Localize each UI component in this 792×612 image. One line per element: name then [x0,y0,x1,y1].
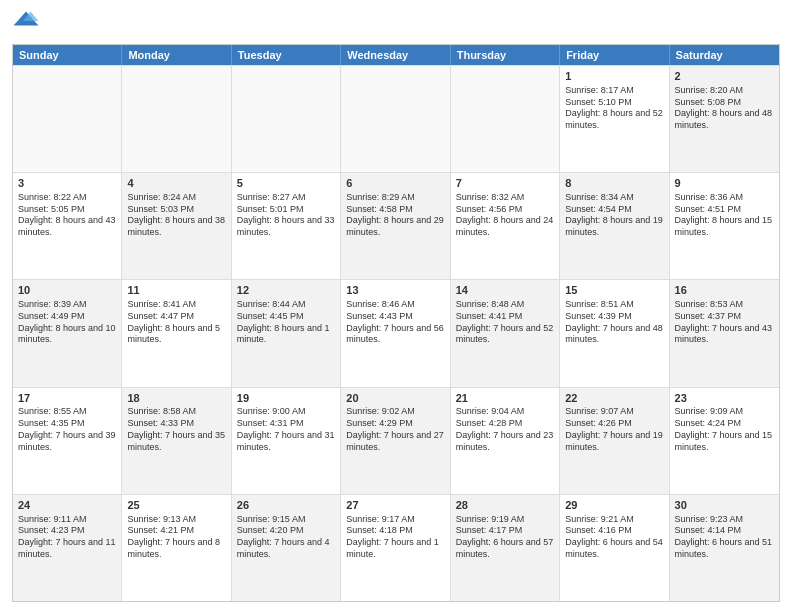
calendar-cell [232,66,341,172]
cell-text: Sunrise: 9:09 AM Sunset: 4:24 PM Dayligh… [675,406,774,453]
cell-text: Sunrise: 9:13 AM Sunset: 4:21 PM Dayligh… [127,514,225,561]
calendar-cell: 28Sunrise: 9:19 AM Sunset: 4:17 PM Dayli… [451,495,560,601]
calendar-row-5: 24Sunrise: 9:11 AM Sunset: 4:23 PM Dayli… [13,494,779,601]
calendar-cell: 15Sunrise: 8:51 AM Sunset: 4:39 PM Dayli… [560,280,669,386]
day-number: 21 [456,391,554,406]
day-number: 2 [675,69,774,84]
calendar-cell: 1Sunrise: 8:17 AM Sunset: 5:10 PM Daylig… [560,66,669,172]
weekday-header-friday: Friday [560,45,669,65]
day-number: 22 [565,391,663,406]
cell-text: Sunrise: 8:55 AM Sunset: 4:35 PM Dayligh… [18,406,116,453]
calendar-header: SundayMondayTuesdayWednesdayThursdayFrid… [13,45,779,65]
calendar-row-3: 10Sunrise: 8:39 AM Sunset: 4:49 PM Dayli… [13,279,779,386]
weekday-header-monday: Monday [122,45,231,65]
calendar-cell: 24Sunrise: 9:11 AM Sunset: 4:23 PM Dayli… [13,495,122,601]
header [12,10,780,38]
calendar-cell: 30Sunrise: 9:23 AM Sunset: 4:14 PM Dayli… [670,495,779,601]
day-number: 25 [127,498,225,513]
cell-text: Sunrise: 8:32 AM Sunset: 4:56 PM Dayligh… [456,192,554,239]
calendar-cell: 22Sunrise: 9:07 AM Sunset: 4:26 PM Dayli… [560,388,669,494]
cell-text: Sunrise: 8:24 AM Sunset: 5:03 PM Dayligh… [127,192,225,239]
cell-text: Sunrise: 8:39 AM Sunset: 4:49 PM Dayligh… [18,299,116,346]
calendar-body: 1Sunrise: 8:17 AM Sunset: 5:10 PM Daylig… [13,65,779,601]
calendar-row-4: 17Sunrise: 8:55 AM Sunset: 4:35 PM Dayli… [13,387,779,494]
calendar-cell: 14Sunrise: 8:48 AM Sunset: 4:41 PM Dayli… [451,280,560,386]
calendar-cell: 7Sunrise: 8:32 AM Sunset: 4:56 PM Daylig… [451,173,560,279]
calendar-row-1: 1Sunrise: 8:17 AM Sunset: 5:10 PM Daylig… [13,65,779,172]
cell-text: Sunrise: 8:20 AM Sunset: 5:08 PM Dayligh… [675,85,774,132]
calendar-cell [13,66,122,172]
cell-text: Sunrise: 8:44 AM Sunset: 4:45 PM Dayligh… [237,299,335,346]
cell-text: Sunrise: 8:46 AM Sunset: 4:43 PM Dayligh… [346,299,444,346]
day-number: 15 [565,283,663,298]
day-number: 9 [675,176,774,191]
day-number: 7 [456,176,554,191]
cell-text: Sunrise: 8:27 AM Sunset: 5:01 PM Dayligh… [237,192,335,239]
calendar-cell: 29Sunrise: 9:21 AM Sunset: 4:16 PM Dayli… [560,495,669,601]
day-number: 10 [18,283,116,298]
cell-text: Sunrise: 9:04 AM Sunset: 4:28 PM Dayligh… [456,406,554,453]
calendar-cell: 13Sunrise: 8:46 AM Sunset: 4:43 PM Dayli… [341,280,450,386]
weekday-header-saturday: Saturday [670,45,779,65]
cell-text: Sunrise: 8:58 AM Sunset: 4:33 PM Dayligh… [127,406,225,453]
calendar-cell [451,66,560,172]
cell-text: Sunrise: 9:07 AM Sunset: 4:26 PM Dayligh… [565,406,663,453]
cell-text: Sunrise: 9:11 AM Sunset: 4:23 PM Dayligh… [18,514,116,561]
day-number: 16 [675,283,774,298]
day-number: 4 [127,176,225,191]
day-number: 14 [456,283,554,298]
calendar-cell: 11Sunrise: 8:41 AM Sunset: 4:47 PM Dayli… [122,280,231,386]
day-number: 27 [346,498,444,513]
calendar-cell: 10Sunrise: 8:39 AM Sunset: 4:49 PM Dayli… [13,280,122,386]
calendar-cell: 16Sunrise: 8:53 AM Sunset: 4:37 PM Dayli… [670,280,779,386]
calendar-cell [122,66,231,172]
cell-text: Sunrise: 8:36 AM Sunset: 4:51 PM Dayligh… [675,192,774,239]
calendar-cell: 17Sunrise: 8:55 AM Sunset: 4:35 PM Dayli… [13,388,122,494]
calendar-cell: 3Sunrise: 8:22 AM Sunset: 5:05 PM Daylig… [13,173,122,279]
calendar-cell: 18Sunrise: 8:58 AM Sunset: 4:33 PM Dayli… [122,388,231,494]
cell-text: Sunrise: 9:15 AM Sunset: 4:20 PM Dayligh… [237,514,335,561]
logo-icon [12,10,40,38]
day-number: 6 [346,176,444,191]
calendar-cell: 2Sunrise: 8:20 AM Sunset: 5:08 PM Daylig… [670,66,779,172]
day-number: 3 [18,176,116,191]
day-number: 20 [346,391,444,406]
calendar-cell: 9Sunrise: 8:36 AM Sunset: 4:51 PM Daylig… [670,173,779,279]
weekday-header-thursday: Thursday [451,45,560,65]
cell-text: Sunrise: 9:19 AM Sunset: 4:17 PM Dayligh… [456,514,554,561]
calendar-cell: 6Sunrise: 8:29 AM Sunset: 4:58 PM Daylig… [341,173,450,279]
weekday-header-tuesday: Tuesday [232,45,341,65]
day-number: 13 [346,283,444,298]
cell-text: Sunrise: 8:17 AM Sunset: 5:10 PM Dayligh… [565,85,663,132]
weekday-header-sunday: Sunday [13,45,122,65]
calendar: SundayMondayTuesdayWednesdayThursdayFrid… [12,44,780,602]
day-number: 28 [456,498,554,513]
day-number: 30 [675,498,774,513]
cell-text: Sunrise: 8:29 AM Sunset: 4:58 PM Dayligh… [346,192,444,239]
calendar-cell [341,66,450,172]
cell-text: Sunrise: 9:17 AM Sunset: 4:18 PM Dayligh… [346,514,444,561]
day-number: 26 [237,498,335,513]
calendar-cell: 8Sunrise: 8:34 AM Sunset: 4:54 PM Daylig… [560,173,669,279]
day-number: 8 [565,176,663,191]
page: SundayMondayTuesdayWednesdayThursdayFrid… [0,0,792,612]
calendar-cell: 25Sunrise: 9:13 AM Sunset: 4:21 PM Dayli… [122,495,231,601]
cell-text: Sunrise: 8:48 AM Sunset: 4:41 PM Dayligh… [456,299,554,346]
calendar-row-2: 3Sunrise: 8:22 AM Sunset: 5:05 PM Daylig… [13,172,779,279]
calendar-cell: 27Sunrise: 9:17 AM Sunset: 4:18 PM Dayli… [341,495,450,601]
cell-text: Sunrise: 8:22 AM Sunset: 5:05 PM Dayligh… [18,192,116,239]
cell-text: Sunrise: 9:23 AM Sunset: 4:14 PM Dayligh… [675,514,774,561]
calendar-cell: 5Sunrise: 8:27 AM Sunset: 5:01 PM Daylig… [232,173,341,279]
calendar-cell: 4Sunrise: 8:24 AM Sunset: 5:03 PM Daylig… [122,173,231,279]
day-number: 12 [237,283,335,298]
day-number: 1 [565,69,663,84]
day-number: 29 [565,498,663,513]
day-number: 11 [127,283,225,298]
cell-text: Sunrise: 8:53 AM Sunset: 4:37 PM Dayligh… [675,299,774,346]
day-number: 5 [237,176,335,191]
weekday-header-wednesday: Wednesday [341,45,450,65]
calendar-cell: 20Sunrise: 9:02 AM Sunset: 4:29 PM Dayli… [341,388,450,494]
cell-text: Sunrise: 8:41 AM Sunset: 4:47 PM Dayligh… [127,299,225,346]
calendar-cell: 21Sunrise: 9:04 AM Sunset: 4:28 PM Dayli… [451,388,560,494]
cell-text: Sunrise: 8:34 AM Sunset: 4:54 PM Dayligh… [565,192,663,239]
